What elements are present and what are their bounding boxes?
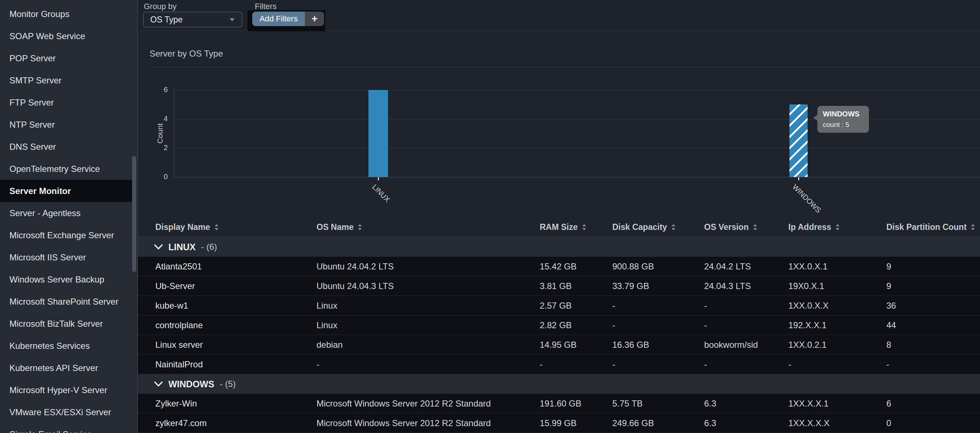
chevron-down-icon[interactable] xyxy=(154,244,163,250)
column-header-ip-address[interactable]: Ip Address xyxy=(788,222,886,232)
table-cell: 249.66 GB xyxy=(612,418,704,428)
table-cell: 15.42 GB xyxy=(540,262,612,271)
table-cell: Ubuntu 24.04.3 LTS xyxy=(317,281,540,291)
table-cell: - xyxy=(612,359,704,370)
add-filters-button[interactable]: Add Filters xyxy=(252,12,305,26)
column-header-os-version[interactable]: OS Version xyxy=(704,222,788,232)
sidebar-item-microsoft-sharepoint-server[interactable]: Microsoft SharePoint Server xyxy=(0,290,132,312)
table-header-row: Display NameOS NameRAM SizeDisk Capacity… xyxy=(138,217,980,237)
sidebar-item-label: Kubernetes API Server xyxy=(10,363,98,373)
table-cell: 2.82 GB xyxy=(540,320,612,330)
sidebar-scrollbar-thumb[interactable] xyxy=(132,156,136,272)
table-row[interactable]: Linux serverdebian14.95 GB16.36 GBbookwo… xyxy=(138,335,980,355)
column-header-disk-partition-count[interactable]: Disk Partition Count xyxy=(886,222,980,232)
sidebar-item-microsoft-iis-server[interactable]: Microsoft IIS Server xyxy=(0,246,132,268)
plus-icon[interactable]: + xyxy=(305,12,324,26)
sidebar-item-label: Server - Agentless xyxy=(10,208,81,218)
table-cell: 192.X.X.1 xyxy=(788,320,886,330)
column-header-ram-size[interactable]: RAM Size xyxy=(540,222,612,232)
table-cell: 6.3 xyxy=(704,398,788,409)
sidebar-item-pop-server[interactable]: POP Server xyxy=(0,47,132,69)
table-cell: - xyxy=(540,359,612,370)
sidebar-item-microsoft-exchange-server[interactable]: Microsoft Exchange Server xyxy=(0,224,132,246)
sort-icon[interactable] xyxy=(358,224,362,231)
table-row[interactable]: Zylker-WinMicrosoft Windows Server 2012 … xyxy=(138,394,980,413)
sort-icon[interactable] xyxy=(970,224,975,231)
group-by-dropdown[interactable]: OS Type xyxy=(143,12,242,27)
column-header-os-name[interactable]: OS Name xyxy=(317,222,540,232)
table-cell: - xyxy=(886,359,980,370)
table-row[interactable]: Ub-ServerUbuntu 24.04.3 LTS3.81 GB33.79 … xyxy=(138,276,980,296)
bar-windows[interactable] xyxy=(789,105,808,177)
table-cell: Ubuntu 24.04.2 LTS xyxy=(317,262,540,271)
table-body: LINUX- (6)Atlanta2501Ubuntu 24.04.2 LTS1… xyxy=(138,237,980,433)
sidebar-item-server-agentless[interactable]: Server - Agentless xyxy=(0,202,132,224)
group-count: - (6) xyxy=(201,242,217,252)
sidebar-item-dns-server[interactable]: DNS Server xyxy=(0,136,132,158)
sidebar-item-label: Microsoft Hyper-V Server xyxy=(10,385,107,395)
x-axis-tick xyxy=(798,177,799,180)
sidebar-item-server-monitor[interactable]: Server Monitor xyxy=(0,180,132,202)
divider xyxy=(150,67,980,67)
group-by-label: Group by xyxy=(144,2,177,11)
column-label: Display Name xyxy=(155,222,210,232)
sidebar-item-kubernetes-api-server[interactable]: Kubernetes API Server xyxy=(0,357,132,379)
group-name: LINUX xyxy=(169,242,196,252)
chevron-down-icon[interactable] xyxy=(154,381,163,387)
table-row[interactable]: kube-w1Linux2.57 GB--1XX.0.X.X36 xyxy=(138,296,980,316)
sidebar-menu: Monitor GroupsSOAP Web ServicePOP Server… xyxy=(0,3,132,433)
chart-tooltip: WINDOWS count : 5 xyxy=(818,106,869,133)
sidebar-item-label: Simple Email Service xyxy=(10,429,92,433)
group-header-linux[interactable]: LINUX- (6) xyxy=(138,237,980,257)
table-cell: bookworm/sid xyxy=(704,340,788,350)
chart-title: Server by OS Type xyxy=(150,49,223,59)
sidebar-item-ntp-server[interactable]: NTP Server xyxy=(0,114,132,136)
sidebar-item-microsoft-hyper-v-server[interactable]: Microsoft Hyper-V Server xyxy=(0,379,132,401)
table-cell: debian xyxy=(317,340,540,350)
bar-linux[interactable] xyxy=(368,90,388,177)
sidebar-item-monitor-groups[interactable]: Monitor Groups xyxy=(0,3,132,25)
table-cell: 8 xyxy=(886,340,980,350)
table-cell: Atlanta2501 xyxy=(138,262,317,271)
x-axis-category-label: WINDOWS xyxy=(791,183,823,215)
column-label: Disk Partition Count xyxy=(886,222,967,232)
sidebar-item-opentelemetry-service[interactable]: OpenTelemetry Service xyxy=(0,158,132,180)
column-header-disk-capacity[interactable]: Disk Capacity xyxy=(612,222,704,232)
sidebar-item-label: SMTP Server xyxy=(10,75,62,86)
sidebar: Monitor GroupsSOAP Web ServicePOP Server… xyxy=(0,0,138,433)
table-row[interactable]: NainitalProd------ xyxy=(138,355,980,374)
table-cell: 14.95 GB xyxy=(540,340,612,350)
sidebar-item-label: Windows Server Backup xyxy=(10,274,104,285)
table-cell: 6 xyxy=(886,398,980,409)
table-cell: 1XX.0.X.1 xyxy=(788,262,886,271)
table-row[interactable]: Atlanta2501Ubuntu 24.04.2 LTS15.42 GB900… xyxy=(138,257,980,276)
table-cell: 15.99 GB xyxy=(540,418,612,428)
table-row[interactable]: controlplaneLinux2.82 GB--192.X.X.144 xyxy=(138,316,980,335)
sort-icon[interactable] xyxy=(835,224,840,231)
sort-icon[interactable] xyxy=(582,224,587,231)
sidebar-item-label: Server Monitor xyxy=(10,186,71,196)
table-cell: - xyxy=(612,301,704,311)
table-row[interactable]: zylker47.comMicrosoft Windows Server 201… xyxy=(138,413,980,433)
table-cell: - xyxy=(704,320,788,330)
sidebar-item-kubernetes-services[interactable]: Kubernetes Services xyxy=(0,335,132,357)
sidebar-item-label: OpenTelemetry Service xyxy=(10,164,100,174)
sidebar-item-simple-email-service[interactable]: Simple Email Service xyxy=(0,423,132,433)
sidebar-item-label: Microsoft IIS Server xyxy=(10,252,86,263)
sidebar-item-label: SOAP Web Service xyxy=(10,31,85,41)
sidebar-item-vmware-esx-esxi-server[interactable]: VMware ESX/ESXi Server xyxy=(0,401,132,423)
tooltip-value: count : 5 xyxy=(823,121,864,129)
sidebar-item-microsoft-biztalk-server[interactable]: Microsoft BizTalk Server xyxy=(0,312,132,335)
sidebar-item-windows-server-backup[interactable]: Windows Server Backup xyxy=(0,268,132,290)
column-label: OS Version xyxy=(704,222,749,232)
sidebar-item-soap-web-service[interactable]: SOAP Web Service xyxy=(0,25,132,47)
group-header-windows[interactable]: WINDOWS- (5) xyxy=(138,374,980,394)
group-by-value: OS Type xyxy=(150,15,183,25)
sort-icon[interactable] xyxy=(671,224,676,231)
sort-icon[interactable] xyxy=(214,224,219,231)
sidebar-item-smtp-server[interactable]: SMTP Server xyxy=(0,69,132,91)
sidebar-item-ftp-server[interactable]: FTP Server xyxy=(0,91,132,114)
sort-icon[interactable] xyxy=(753,224,757,231)
table-cell: - xyxy=(788,359,886,370)
column-header-display-name[interactable]: Display Name xyxy=(138,222,317,232)
